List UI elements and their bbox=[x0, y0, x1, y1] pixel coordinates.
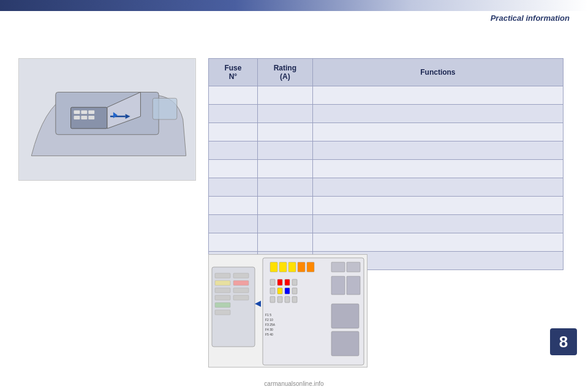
page-header: Practical information bbox=[491, 13, 570, 23]
svg-rect-6 bbox=[74, 116, 80, 119]
table-row-rating-5 bbox=[257, 178, 312, 197]
svg-text:F1 5: F1 5 bbox=[265, 313, 271, 317]
table-row-fuse-1 bbox=[209, 105, 258, 123]
table-row-functions-5 bbox=[312, 178, 563, 197]
table-row bbox=[209, 215, 564, 233]
svg-rect-41 bbox=[277, 288, 282, 294]
svg-rect-30 bbox=[298, 262, 305, 272]
svg-rect-42 bbox=[285, 288, 290, 294]
svg-rect-16 bbox=[215, 281, 230, 285]
table-row bbox=[209, 233, 564, 252]
col-fuse-no: FuseN° bbox=[209, 59, 258, 86]
table-row-rating-4 bbox=[257, 160, 312, 178]
col-rating: Rating(A) bbox=[257, 59, 312, 86]
table-row bbox=[209, 160, 564, 178]
table-row-rating-1 bbox=[257, 105, 312, 123]
svg-rect-54 bbox=[331, 331, 359, 356]
table-row-functions-6 bbox=[312, 197, 563, 215]
table-row-fuse-0 bbox=[209, 86, 258, 105]
fuse-box-photo bbox=[18, 58, 196, 181]
svg-rect-40 bbox=[270, 288, 275, 294]
table-row bbox=[209, 178, 564, 197]
table-row-rating-8 bbox=[257, 233, 312, 252]
svg-text:F3 25A: F3 25A bbox=[265, 323, 276, 326]
table-row-rating-3 bbox=[257, 141, 312, 160]
svg-rect-37 bbox=[277, 279, 282, 285]
table-row-functions-7 bbox=[312, 215, 563, 233]
svg-rect-23 bbox=[233, 288, 249, 293]
svg-rect-29 bbox=[288, 262, 296, 272]
table-row-rating-6 bbox=[257, 197, 312, 215]
svg-rect-7 bbox=[81, 116, 87, 119]
svg-rect-4 bbox=[81, 110, 87, 114]
table-row-fuse-2 bbox=[209, 123, 258, 141]
col-functions: Functions bbox=[312, 59, 563, 86]
svg-rect-33 bbox=[347, 262, 360, 272]
table-row-functions-8 bbox=[312, 233, 563, 252]
watermark: carmanualsonline.info bbox=[264, 380, 323, 387]
table-row bbox=[209, 105, 564, 123]
svg-rect-45 bbox=[277, 296, 282, 303]
svg-rect-32 bbox=[331, 262, 345, 272]
table-row-fuse-5 bbox=[209, 178, 258, 197]
table-row-functions-0 bbox=[312, 86, 563, 105]
svg-rect-34 bbox=[331, 276, 345, 295]
fuse-diagram: F1 5 F2 10 F3 25A F4 30 F5 40 bbox=[208, 254, 368, 368]
svg-rect-35 bbox=[347, 276, 360, 295]
top-bar bbox=[0, 0, 588, 11]
svg-rect-36 bbox=[270, 279, 275, 285]
table-row bbox=[209, 197, 564, 215]
table-row-fuse-8 bbox=[209, 233, 258, 252]
svg-rect-21 bbox=[233, 273, 249, 278]
svg-rect-19 bbox=[215, 303, 230, 307]
table-row-fuse-4 bbox=[209, 160, 258, 178]
table-row-fuse-6 bbox=[209, 197, 258, 215]
svg-rect-5 bbox=[88, 110, 94, 114]
svg-rect-47 bbox=[292, 296, 297, 303]
table-row-fuse-7 bbox=[209, 215, 258, 233]
svg-rect-17 bbox=[215, 288, 230, 293]
svg-rect-44 bbox=[270, 296, 275, 303]
svg-rect-38 bbox=[285, 279, 290, 285]
svg-rect-12 bbox=[153, 98, 177, 119]
chapter-badge: 8 bbox=[550, 328, 577, 355]
svg-text:F4 30: F4 30 bbox=[265, 328, 273, 331]
svg-rect-27 bbox=[270, 262, 277, 272]
svg-rect-22 bbox=[233, 281, 249, 285]
svg-rect-43 bbox=[292, 288, 297, 294]
table-row bbox=[209, 141, 564, 160]
table-row-rating-7 bbox=[257, 215, 312, 233]
table-row bbox=[209, 123, 564, 141]
svg-text:F2 10: F2 10 bbox=[265, 318, 273, 322]
svg-rect-24 bbox=[233, 295, 249, 300]
table-row bbox=[209, 86, 564, 105]
svg-rect-20 bbox=[215, 310, 230, 315]
svg-rect-39 bbox=[292, 279, 297, 285]
table-row-functions-3 bbox=[312, 141, 563, 160]
svg-rect-28 bbox=[279, 262, 287, 272]
svg-rect-18 bbox=[215, 295, 230, 300]
table-row-rating-2 bbox=[257, 123, 312, 141]
svg-rect-15 bbox=[215, 273, 230, 278]
table-row-functions-2 bbox=[312, 123, 563, 141]
svg-rect-53 bbox=[331, 304, 359, 328]
svg-rect-3 bbox=[74, 110, 80, 114]
table-row-rating-0 bbox=[257, 86, 312, 105]
svg-rect-31 bbox=[307, 262, 314, 272]
table-row-functions-4 bbox=[312, 160, 563, 178]
svg-text:F5 40: F5 40 bbox=[265, 333, 273, 336]
svg-rect-46 bbox=[285, 296, 290, 303]
table-row-functions-1 bbox=[312, 105, 563, 123]
fuse-table: FuseN° Rating(A) Functions bbox=[208, 58, 564, 270]
svg-rect-8 bbox=[88, 116, 94, 119]
table-row-fuse-3 bbox=[209, 141, 258, 160]
